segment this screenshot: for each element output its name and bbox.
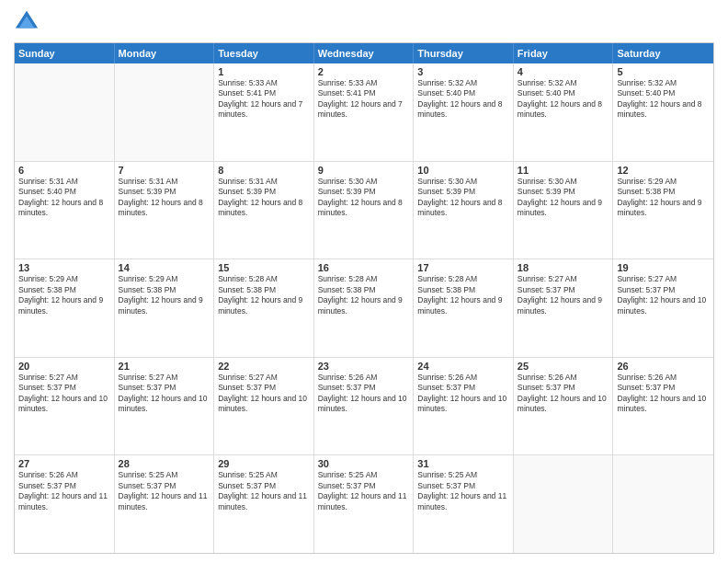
- cell-info: Sunrise: 5:31 AM Sunset: 5:39 PM Dayligh…: [119, 177, 210, 219]
- calendar-row: 13Sunrise: 5:29 AM Sunset: 5:38 PM Dayli…: [15, 259, 713, 358]
- cell-info: Sunrise: 5:32 AM Sunset: 5:40 PM Dayligh…: [417, 78, 509, 121]
- calendar-body: 1Sunrise: 5:33 AM Sunset: 5:41 PM Daylig…: [15, 63, 713, 553]
- cell-info: Sunrise: 5:33 AM Sunset: 5:41 PM Dayligh…: [218, 78, 310, 121]
- cell-info: Sunrise: 5:25 AM Sunset: 5:37 PM Dayligh…: [318, 470, 410, 512]
- calendar-cell: 8Sunrise: 5:31 AM Sunset: 5:39 PM Daylig…: [214, 162, 314, 259]
- calendar-weekday-header: Friday: [514, 43, 614, 63]
- cell-info: Sunrise: 5:30 AM Sunset: 5:39 PM Dayligh…: [417, 177, 509, 219]
- cell-info: Sunrise: 5:29 AM Sunset: 5:38 PM Dayligh…: [119, 274, 210, 316]
- day-number: 31: [417, 458, 509, 469]
- calendar-cell: 3Sunrise: 5:32 AM Sunset: 5:40 PM Daylig…: [414, 63, 514, 161]
- calendar-cell: 26Sunrise: 5:26 AM Sunset: 5:37 PM Dayli…: [613, 358, 713, 455]
- day-number: 12: [617, 165, 710, 176]
- calendar-cell: 21Sunrise: 5:27 AM Sunset: 5:37 PM Dayli…: [115, 358, 215, 455]
- cell-info: Sunrise: 5:27 AM Sunset: 5:37 PM Dayligh…: [18, 373, 110, 415]
- calendar-cell: 18Sunrise: 5:27 AM Sunset: 5:37 PM Dayli…: [514, 259, 614, 357]
- calendar-weekday-header: Monday: [115, 43, 215, 63]
- cell-info: Sunrise: 5:27 AM Sunset: 5:37 PM Dayligh…: [518, 274, 609, 316]
- calendar-cell: 11Sunrise: 5:30 AM Sunset: 5:39 PM Dayli…: [514, 162, 614, 259]
- day-number: 30: [318, 458, 410, 469]
- calendar-cell: 2Sunrise: 5:33 AM Sunset: 5:41 PM Daylig…: [314, 63, 415, 161]
- cell-info: Sunrise: 5:31 AM Sunset: 5:39 PM Dayligh…: [218, 177, 310, 219]
- calendar-cell: 10Sunrise: 5:30 AM Sunset: 5:39 PM Dayli…: [414, 162, 514, 259]
- day-number: 29: [218, 458, 310, 469]
- header: [14, 9, 714, 35]
- calendar-cell: [514, 455, 614, 553]
- cell-info: Sunrise: 5:28 AM Sunset: 5:38 PM Dayligh…: [318, 274, 410, 316]
- cell-info: Sunrise: 5:32 AM Sunset: 5:40 PM Dayligh…: [617, 78, 710, 121]
- calendar-weekday-header: Tuesday: [214, 43, 314, 63]
- day-number: 19: [617, 262, 710, 273]
- cell-info: Sunrise: 5:33 AM Sunset: 5:41 PM Dayligh…: [318, 78, 410, 121]
- day-number: 8: [218, 165, 310, 176]
- calendar-cell: 16Sunrise: 5:28 AM Sunset: 5:38 PM Dayli…: [314, 259, 415, 357]
- calendar-weekday-header: Sunday: [15, 43, 115, 63]
- day-number: 22: [218, 361, 310, 372]
- calendar-cell: 6Sunrise: 5:31 AM Sunset: 5:40 PM Daylig…: [15, 162, 115, 259]
- calendar-weekday-header: Wednesday: [314, 43, 415, 63]
- calendar-cell: 31Sunrise: 5:25 AM Sunset: 5:37 PM Dayli…: [414, 455, 514, 553]
- calendar-cell: 12Sunrise: 5:29 AM Sunset: 5:38 PM Dayli…: [613, 162, 713, 259]
- day-number: 4: [518, 66, 609, 77]
- calendar-cell: 29Sunrise: 5:25 AM Sunset: 5:37 PM Dayli…: [214, 455, 314, 553]
- day-number: 9: [318, 165, 410, 176]
- calendar-cell: 17Sunrise: 5:28 AM Sunset: 5:38 PM Dayli…: [414, 259, 514, 357]
- day-number: 20: [18, 361, 110, 372]
- cell-info: Sunrise: 5:26 AM Sunset: 5:37 PM Dayligh…: [18, 470, 110, 512]
- day-number: 18: [518, 262, 609, 273]
- calendar-cell: 4Sunrise: 5:32 AM Sunset: 5:40 PM Daylig…: [514, 63, 614, 161]
- calendar-cell: 7Sunrise: 5:31 AM Sunset: 5:39 PM Daylig…: [115, 162, 215, 259]
- day-number: 13: [18, 262, 110, 273]
- calendar-header: SundayMondayTuesdayWednesdayThursdayFrid…: [15, 43, 713, 63]
- calendar: SundayMondayTuesdayWednesdayThursdayFrid…: [14, 42, 714, 554]
- calendar-cell: 19Sunrise: 5:27 AM Sunset: 5:37 PM Dayli…: [613, 259, 713, 357]
- day-number: 14: [119, 262, 210, 273]
- page: SundayMondayTuesdayWednesdayThursdayFrid…: [0, 0, 728, 563]
- calendar-cell: 9Sunrise: 5:30 AM Sunset: 5:39 PM Daylig…: [314, 162, 415, 259]
- cell-info: Sunrise: 5:28 AM Sunset: 5:38 PM Dayligh…: [417, 274, 509, 316]
- cell-info: Sunrise: 5:26 AM Sunset: 5:37 PM Dayligh…: [417, 373, 509, 415]
- calendar-row: 6Sunrise: 5:31 AM Sunset: 5:40 PM Daylig…: [15, 162, 713, 260]
- cell-info: Sunrise: 5:26 AM Sunset: 5:37 PM Dayligh…: [518, 373, 609, 415]
- cell-info: Sunrise: 5:26 AM Sunset: 5:37 PM Dayligh…: [318, 373, 410, 415]
- day-number: 5: [617, 66, 710, 77]
- cell-info: Sunrise: 5:32 AM Sunset: 5:40 PM Dayligh…: [518, 78, 609, 121]
- day-number: 3: [417, 66, 509, 77]
- calendar-cell: 23Sunrise: 5:26 AM Sunset: 5:37 PM Dayli…: [314, 358, 415, 455]
- calendar-cell: 22Sunrise: 5:27 AM Sunset: 5:37 PM Dayli…: [214, 358, 314, 455]
- day-number: 1: [218, 66, 310, 77]
- calendar-cell: 1Sunrise: 5:33 AM Sunset: 5:41 PM Daylig…: [214, 63, 314, 161]
- day-number: 27: [18, 458, 110, 469]
- calendar-cell: [115, 63, 215, 161]
- calendar-cell: 25Sunrise: 5:26 AM Sunset: 5:37 PM Dayli…: [514, 358, 614, 455]
- day-number: 10: [417, 165, 509, 176]
- calendar-cell: 15Sunrise: 5:28 AM Sunset: 5:38 PM Dayli…: [214, 259, 314, 357]
- calendar-cell: 5Sunrise: 5:32 AM Sunset: 5:40 PM Daylig…: [613, 63, 713, 161]
- day-number: 2: [318, 66, 410, 77]
- calendar-cell: 27Sunrise: 5:26 AM Sunset: 5:37 PM Dayli…: [15, 455, 115, 553]
- calendar-cell: 30Sunrise: 5:25 AM Sunset: 5:37 PM Dayli…: [314, 455, 415, 553]
- calendar-cell: [613, 455, 713, 553]
- calendar-row: 1Sunrise: 5:33 AM Sunset: 5:41 PM Daylig…: [15, 63, 713, 162]
- day-number: 28: [119, 458, 210, 469]
- cell-info: Sunrise: 5:30 AM Sunset: 5:39 PM Dayligh…: [518, 177, 609, 219]
- cell-info: Sunrise: 5:29 AM Sunset: 5:38 PM Dayligh…: [18, 274, 110, 316]
- calendar-row: 27Sunrise: 5:26 AM Sunset: 5:37 PM Dayli…: [15, 455, 713, 553]
- cell-info: Sunrise: 5:27 AM Sunset: 5:37 PM Dayligh…: [119, 373, 210, 415]
- calendar-cell: 14Sunrise: 5:29 AM Sunset: 5:38 PM Dayli…: [115, 259, 215, 357]
- cell-info: Sunrise: 5:27 AM Sunset: 5:37 PM Dayligh…: [218, 373, 310, 415]
- cell-info: Sunrise: 5:25 AM Sunset: 5:37 PM Dayligh…: [417, 470, 509, 512]
- day-number: 24: [417, 361, 509, 372]
- day-number: 6: [18, 165, 110, 176]
- day-number: 17: [417, 262, 509, 273]
- calendar-weekday-header: Thursday: [414, 43, 514, 63]
- day-number: 15: [218, 262, 310, 273]
- cell-info: Sunrise: 5:26 AM Sunset: 5:37 PM Dayligh…: [617, 373, 710, 415]
- cell-info: Sunrise: 5:29 AM Sunset: 5:38 PM Dayligh…: [617, 177, 710, 219]
- day-number: 16: [318, 262, 410, 273]
- day-number: 23: [318, 361, 410, 372]
- calendar-cell: 20Sunrise: 5:27 AM Sunset: 5:37 PM Dayli…: [15, 358, 115, 455]
- day-number: 21: [119, 361, 210, 372]
- calendar-weekday-header: Saturday: [613, 43, 713, 63]
- logo: [14, 9, 43, 35]
